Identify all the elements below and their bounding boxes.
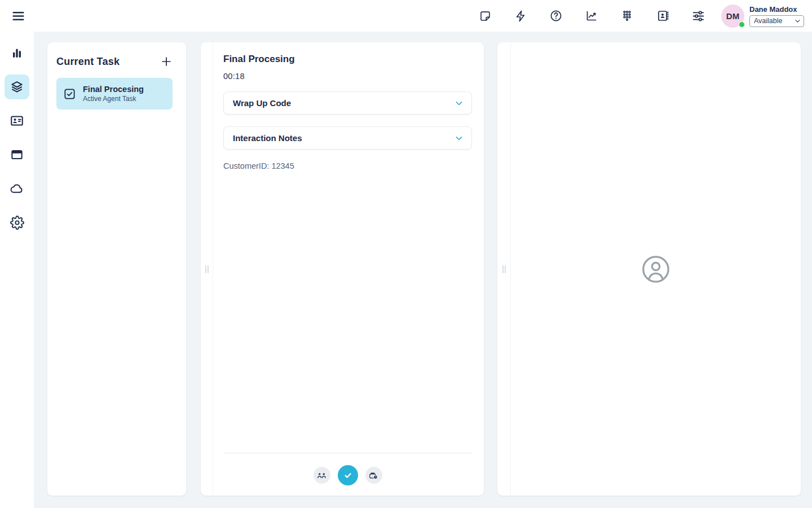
detail-footer (223, 453, 472, 496)
left-rail (0, 32, 34, 508)
transfer-icon (316, 470, 327, 481)
task-detail-group: Final Procesing 00:18 Wrap Up Code Inter… (201, 42, 484, 496)
footer-actions (223, 465, 472, 485)
rail-item-dashboard[interactable] (5, 41, 29, 65)
complete-check-icon (342, 469, 354, 481)
status-select-wrap: Available (749, 15, 804, 27)
rail-item-contacts[interactable] (5, 108, 29, 133)
rail-item-cloud[interactable] (5, 176, 29, 201)
sliders-icon[interactable] (691, 8, 705, 23)
rail-item-settings[interactable] (5, 210, 29, 235)
user-area: DM Dane Maddox Available (721, 5, 804, 28)
task-card-subtitle: Active Agent Task (83, 95, 144, 103)
task-detail-title: Final Procesing (223, 54, 472, 65)
interaction-notes-accordion[interactable]: Interaction Notes (223, 126, 472, 150)
workspace: Current Task Final Procesing Active Agen… (34, 32, 812, 508)
task-card-texts: Final Procesing Active Agent Task (83, 85, 144, 103)
customer-panel (511, 42, 801, 496)
task-panel-header: Current Task (56, 54, 175, 69)
right-splitter (497, 42, 511, 496)
chevron-down-icon (453, 133, 465, 144)
task-card[interactable]: Final Procesing Active Agent Task (56, 78, 173, 110)
customer-panel-group (497, 42, 801, 496)
reschedule-icon (368, 470, 379, 481)
add-task-button[interactable] (159, 54, 174, 69)
topbar-icons (478, 8, 705, 23)
task-timer: 00:18 (223, 72, 472, 81)
splitter-handle[interactable] (204, 263, 210, 275)
wrap-up-code-label: Wrap Up Code (233, 98, 291, 108)
layers-icon (10, 80, 24, 94)
transfer-task-button[interactable] (314, 467, 330, 484)
help-icon[interactable] (549, 8, 563, 23)
window-icon (10, 147, 24, 162)
lightning-icon[interactable] (513, 8, 528, 23)
trend-chart-icon[interactable] (584, 8, 599, 23)
task-detail-panel: Final Procesing 00:18 Wrap Up Code Inter… (213, 42, 484, 496)
interaction-notes-label: Interaction Notes (233, 133, 302, 143)
task-panel-title: Current Task (56, 56, 120, 68)
left-splitter (201, 42, 213, 496)
plus-icon (160, 55, 173, 68)
chevron-down-icon (453, 98, 465, 109)
dialpad-icon[interactable] (620, 8, 634, 23)
topbar: DM Dane Maddox Available (0, 0, 812, 32)
splitter-handle[interactable] (501, 263, 507, 275)
wrap-up-code-accordion[interactable]: Wrap Up Code (223, 91, 472, 115)
detail-spacer (223, 170, 472, 453)
reschedule-task-button[interactable] (365, 467, 382, 484)
gear-icon (10, 216, 24, 230)
task-card-title: Final Procesing (83, 85, 144, 94)
sticky-note-icon[interactable] (478, 8, 492, 23)
avatar[interactable]: DM (721, 5, 744, 28)
avatar-initials: DM (726, 11, 739, 21)
cloud-icon (10, 181, 24, 196)
address-book-icon[interactable] (655, 8, 670, 23)
user-meta: Dane Maddox Available (749, 5, 804, 27)
app-body: Current Task Final Procesing Active Agen… (0, 32, 812, 508)
customer-id-text: CustomerID: 12345 (223, 161, 472, 170)
contact-card-icon (10, 113, 24, 128)
task-checkbox-icon (63, 87, 76, 100)
rail-item-apps[interactable] (5, 142, 29, 167)
complete-task-button[interactable] (338, 465, 358, 485)
current-task-panel: Current Task Final Procesing Active Agen… (47, 42, 186, 496)
bar-chart-icon (10, 46, 24, 60)
person-placeholder-icon (641, 255, 670, 284)
user-name: Dane Maddox (749, 5, 804, 14)
status-dot (739, 21, 745, 28)
rail-item-tasks[interactable] (5, 75, 29, 99)
status-select[interactable]: Available (749, 15, 804, 27)
hamburger-menu-icon[interactable] (10, 8, 26, 24)
